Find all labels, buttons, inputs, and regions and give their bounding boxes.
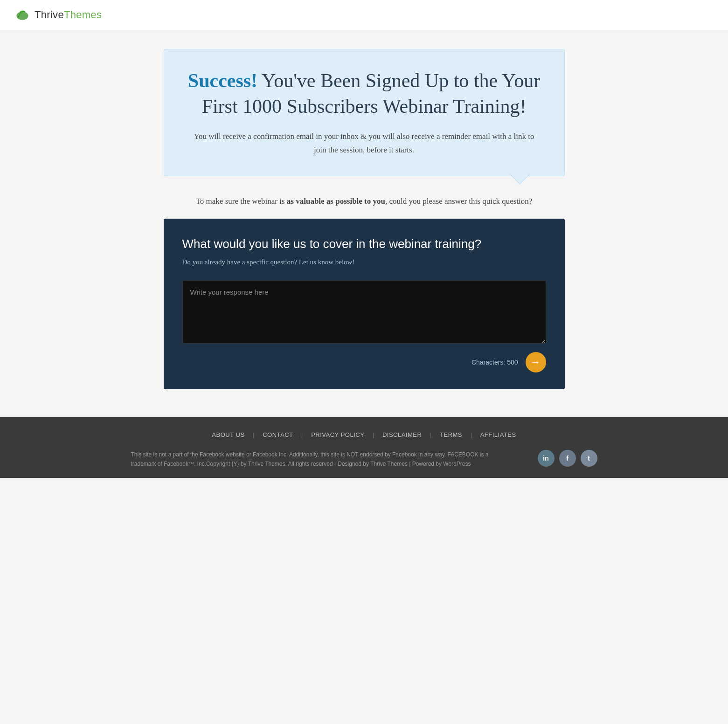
survey-title: What would you like us to cover in the w… <box>182 235 546 252</box>
question-prompt: To make sure the webinar is as valuable … <box>164 195 565 207</box>
twitter-icon[interactable]: t <box>581 450 597 467</box>
footer: ABOUT US | CONTACT | PRIVACY POLICY | DI… <box>0 417 728 478</box>
logo-text: ThriveThemes <box>35 9 102 21</box>
footer-nav-disclaimer[interactable]: DISCLAIMER <box>374 431 430 438</box>
prompt-after: , could you please answer this quick que… <box>385 197 532 206</box>
facebook-icon[interactable]: f <box>559 450 576 467</box>
survey-box: What would you like us to cover in the w… <box>164 219 565 389</box>
footer-nav-contact[interactable]: CONTACT <box>254 431 301 438</box>
arrow-icon: → <box>531 356 541 368</box>
success-box: Success! You've Been Signed Up to the Yo… <box>164 49 565 176</box>
logo-themes: Themes <box>64 9 102 21</box>
footer-bottom: This site is not a part of the Facebook … <box>131 450 597 469</box>
survey-subtitle: Do you already have a specific question?… <box>182 258 546 266</box>
logo: ThriveThemes <box>14 7 102 23</box>
site-header: ThriveThemes <box>0 0 728 30</box>
footer-disclaimer: This site is not a part of the Facebook … <box>131 450 504 469</box>
prompt-before: To make sure the webinar is <box>196 197 287 206</box>
linkedin-icon[interactable]: in <box>538 450 555 467</box>
footer-nav-affiliates[interactable]: AFFILIATES <box>472 431 525 438</box>
footer-nav-about[interactable]: ABOUT US <box>203 431 253 438</box>
success-heading: Success! You've Been Signed Up to the Yo… <box>187 68 541 119</box>
submit-button[interactable]: → <box>526 352 546 372</box>
footer-nav-terms[interactable]: TERMS <box>431 431 471 438</box>
success-subtext: You will receive a confirmation email in… <box>189 130 539 157</box>
svg-point-0 <box>16 12 28 20</box>
survey-footer: Characters: 500 → <box>182 352 546 372</box>
response-textarea[interactable] <box>182 280 546 344</box>
logo-icon <box>14 7 31 23</box>
main-content: Success! You've Been Signed Up to the Yo… <box>154 30 574 417</box>
char-count: Characters: 500 <box>471 359 518 366</box>
prompt-bold: as valuable as possible to you <box>287 197 385 206</box>
footer-nav: ABOUT US | CONTACT | PRIVACY POLICY | DI… <box>9 431 719 439</box>
footer-nav-privacy[interactable]: PRIVACY POLICY <box>303 431 373 438</box>
logo-thrive: Thrive <box>35 9 64 21</box>
footer-social: in f t <box>538 450 597 467</box>
success-word: Success! <box>188 70 257 91</box>
